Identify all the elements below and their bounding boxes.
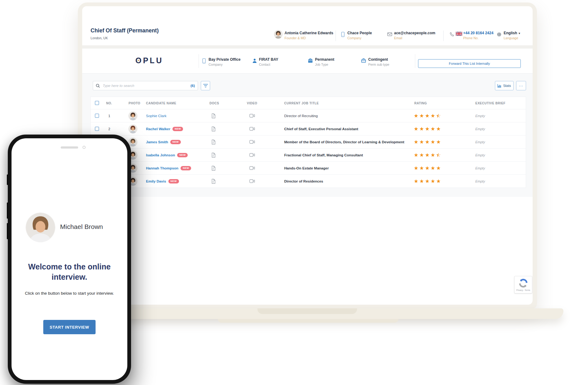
col-photo: PHOTO — [129, 102, 140, 105]
globe-icon — [497, 32, 501, 37]
col-video: VIDEO — [247, 102, 257, 105]
briefcase-icon — [308, 58, 313, 63]
video-icon[interactable] — [249, 109, 255, 122]
video-icon[interactable] — [249, 175, 255, 188]
person-icon — [252, 58, 257, 63]
stats-label: Stats — [503, 84, 511, 88]
doc-icon[interactable] — [211, 135, 215, 148]
video-icon[interactable] — [249, 122, 255, 135]
divider — [443, 31, 444, 41]
executive-brief: Empty — [475, 109, 485, 122]
divider — [336, 31, 336, 41]
company-name: Chace People — [347, 31, 372, 35]
page-location: London, UK — [91, 36, 108, 40]
company-label: Company — [347, 36, 372, 40]
video-icon[interactable] — [249, 135, 255, 148]
col-docs: DOCS — [209, 102, 219, 105]
rating-stars — [414, 122, 441, 135]
row-number: 2 — [106, 122, 112, 135]
divider-band — [82, 45, 533, 49]
nav-item-job-type: Permanent Job Type — [315, 57, 334, 66]
search-input[interactable] — [102, 83, 191, 88]
forward-list-button[interactable]: Forward This List Internally — [418, 59, 521, 68]
table-row[interactable]: 2 Rachel WalkerNEW Chief of Staff, Execu… — [91, 122, 526, 135]
interview-candidate-avatar — [26, 213, 55, 242]
doc-icon[interactable] — [211, 162, 215, 174]
new-badge: NEW — [181, 166, 191, 170]
doc-icon[interactable] — [211, 122, 215, 135]
current-job-title: Director of Residences — [284, 175, 323, 188]
phone-icon — [450, 32, 454, 36]
nav-company-value: Bay Private Office — [209, 57, 241, 62]
phone-speaker — [61, 146, 78, 149]
current-job-title: Hands-On Estate Manager — [284, 162, 329, 174]
search-icon — [96, 84, 100, 88]
table-row[interactable]: 4 Isabella JohnsonNEW Fractional Chief o… — [91, 149, 526, 162]
candidate-name-link[interactable]: Rachel Walker — [146, 127, 170, 131]
result-count: (6) — [191, 84, 195, 88]
candidate-photo — [129, 125, 137, 133]
phone-side-button — [7, 174, 8, 185]
laptop-foot — [218, 319, 398, 323]
start-interview-button[interactable]: START INTERVIEW — [43, 320, 96, 334]
recaptcha-label: Privacy - Terms — [516, 289, 530, 291]
table-row[interactable]: 6 Emily DavisNEW Director of Residences … — [91, 175, 526, 188]
col-rating: RATING — [414, 102, 427, 105]
candidate-name-link[interactable]: Hannah Thompson — [146, 166, 178, 170]
table-row[interactable]: 5 Hannah ThompsonNEW Hands-On Estate Man… — [91, 162, 526, 175]
divider — [415, 54, 415, 68]
phone-screen: Michael Brown Welcome to the online inte… — [12, 138, 127, 380]
rating-stars — [414, 162, 441, 174]
language-label: Language — [504, 36, 520, 40]
more-options-button[interactable]: ... — [516, 81, 526, 90]
col-no: NO. — [106, 102, 112, 105]
contact-email[interactable]: ace@chacepeople.com — [394, 31, 435, 35]
table-row[interactable]: 3 James SmithNEW Member of the Board of … — [91, 135, 526, 149]
doc-icon[interactable] — [211, 109, 215, 122]
phone-camera-icon — [82, 146, 86, 149]
nav-subtype-label: Perm sub type — [368, 63, 389, 66]
new-badge: NEW — [170, 140, 181, 144]
nav-company-label: Company — [209, 63, 241, 66]
contact-phone[interactable]: +44 20 8164 2424 — [463, 31, 493, 35]
filter-button[interactable] — [201, 81, 210, 90]
executive-brief: Empty — [475, 175, 485, 188]
candidate-table: NO. PHOTO CANDIDATE NAME DOCS VIDEO CURR… — [90, 97, 526, 188]
candidate-photo — [129, 112, 137, 120]
row-checkbox[interactable] — [95, 114, 99, 118]
interview-instructions: Click on the button below to start your … — [20, 290, 119, 297]
candidate-name-link[interactable]: Emily Davis — [146, 179, 166, 183]
oplu-logo-star-icon: ✦ — [137, 59, 140, 63]
stats-button[interactable]: Stats — [495, 81, 514, 90]
row-checkbox[interactable] — [95, 127, 99, 131]
video-icon[interactable] — [249, 162, 255, 174]
phone-label: Phone No. — [463, 36, 493, 40]
select-all-checkbox[interactable] — [95, 101, 99, 105]
rating-stars — [414, 109, 441, 122]
contact-avatar — [274, 30, 283, 39]
phone-volume-up-button — [7, 202, 8, 219]
table-row[interactable]: 1 Sophie Clark Director of Recruiting Em… — [91, 109, 526, 122]
language-selector[interactable]: English▾ Language — [504, 31, 520, 40]
candidate-name-link[interactable]: Isabella Johnson — [146, 153, 175, 157]
mobile-icon — [341, 32, 345, 37]
candidate-name-link[interactable]: James Smith — [146, 140, 168, 144]
recaptcha-badge[interactable]: Privacy - Terms — [514, 276, 532, 293]
col-current-job-title: CURRENT JOB TITLE — [284, 102, 319, 105]
language-value: English — [504, 31, 517, 35]
interview-candidate-name: Michael Brown — [60, 223, 103, 231]
nav-jobtype-label: Job Type — [315, 63, 334, 66]
laptop-base-notch — [257, 308, 357, 314]
search-box: (6) — [93, 81, 198, 90]
nav-subtype-value: Contingent — [368, 57, 389, 62]
doc-icon[interactable] — [211, 175, 215, 188]
video-icon[interactable] — [249, 149, 255, 161]
email-label: Email — [394, 36, 435, 40]
col-candidate-name: CANDIDATE NAME — [146, 102, 176, 105]
current-job-title: Fractional Chief of Staff, Managing Cons… — [284, 149, 363, 161]
chevron-down-icon: ▾ — [519, 32, 520, 35]
candidate-name-link[interactable]: Sophie Clark — [146, 114, 167, 118]
page: Chief Of Staff (Permanent) London, UK An… — [0, 0, 588, 385]
doc-icon[interactable] — [211, 149, 215, 161]
current-job-title: Chief of Staff, Executive Personal Assis… — [284, 122, 358, 135]
